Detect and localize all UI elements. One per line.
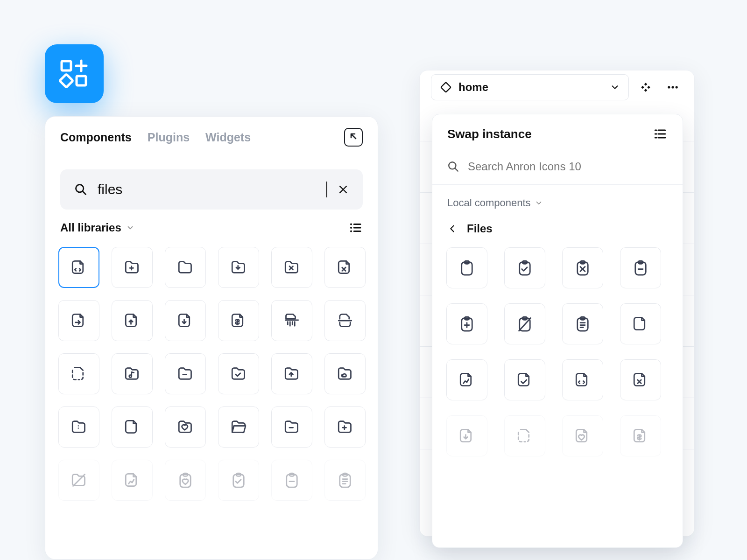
instance-selector[interactable]: home — [431, 74, 629, 100]
file-code-icon[interactable] — [58, 247, 99, 288]
file-split-icon[interactable] — [324, 300, 366, 341]
clipboard-heart-icon[interactable] — [165, 460, 206, 501]
svg-point-8 — [78, 425, 79, 427]
folder-open-icon[interactable] — [218, 406, 259, 448]
clipboard-list-icon[interactable] — [324, 460, 366, 501]
svg-rect-2 — [60, 74, 73, 87]
svg-rect-0 — [62, 61, 71, 70]
text-caret — [326, 182, 327, 197]
file-x-icon[interactable] — [324, 247, 366, 288]
clipboard-minus-icon[interactable] — [620, 247, 661, 288]
folder-remove-icon[interactable] — [271, 406, 312, 448]
tab-widgets[interactable]: Widgets — [205, 131, 251, 144]
tabs-row: ComponentsPluginsWidgets — [45, 117, 378, 157]
file-blank-icon[interactable] — [112, 406, 153, 448]
svg-point-20 — [671, 86, 674, 88]
chevron-down-icon[interactable] — [126, 224, 134, 232]
file-chart-icon[interactable] — [112, 460, 153, 501]
clipboard-icon[interactable] — [446, 247, 487, 288]
file-x-icon[interactable] — [620, 359, 661, 400]
file-chart-icon[interactable] — [446, 359, 487, 400]
folder-minus-icon[interactable] — [165, 353, 206, 394]
tab-components[interactable]: Components — [60, 131, 132, 144]
search-icon — [74, 183, 87, 196]
folder-add-icon[interactable] — [324, 406, 366, 448]
clipboard-check-icon[interactable] — [218, 460, 259, 501]
file-download-icon[interactable] — [165, 300, 206, 341]
svg-point-6 — [350, 231, 352, 232]
file-dollar-icon[interactable] — [218, 300, 259, 341]
clipboard-list-icon[interactable] — [562, 303, 603, 344]
folder-check-icon[interactable] — [218, 353, 259, 394]
folder-heart-icon[interactable] — [165, 406, 206, 448]
file-blank-icon[interactable] — [620, 303, 661, 344]
search-bar — [60, 169, 363, 210]
list-view-toggle[interactable] — [349, 221, 363, 235]
file-dashed-icon[interactable] — [58, 353, 99, 394]
component-set-icon[interactable] — [635, 77, 656, 98]
swap-instance-panel: Swap instance Local components Files — [432, 114, 683, 548]
search-icon — [447, 161, 459, 173]
folder-upload-icon[interactable] — [271, 353, 312, 394]
chevron-left-icon — [447, 224, 458, 234]
folder-slash-icon[interactable] — [58, 460, 99, 501]
instance-name: home — [458, 81, 488, 94]
clipboard-minus-icon[interactable] — [271, 460, 312, 501]
svg-point-4 — [350, 224, 352, 225]
file-code-icon[interactable] — [562, 359, 603, 400]
folder-music-icon[interactable] — [112, 353, 153, 394]
tab-plugins[interactable]: Plugins — [148, 131, 190, 144]
file-heart-icon[interactable] — [562, 415, 603, 456]
file-dollar-icon[interactable] — [620, 415, 661, 456]
more-menu-icon[interactable] — [662, 77, 683, 98]
clipboard-slash-icon[interactable] — [504, 303, 545, 344]
clipboard-plus-icon[interactable] — [446, 303, 487, 344]
folder-icon[interactable] — [165, 247, 206, 288]
svg-rect-18 — [441, 82, 451, 92]
file-upload-icon[interactable] — [112, 300, 153, 341]
file-check-icon[interactable] — [504, 359, 545, 400]
popout-button[interactable] — [344, 128, 363, 147]
list-view-toggle[interactable] — [653, 126, 668, 141]
file-dashed-icon[interactable] — [504, 415, 545, 456]
folder-cloud-icon[interactable] — [324, 353, 366, 394]
svg-point-19 — [668, 86, 670, 88]
clipboard-x-icon[interactable] — [562, 247, 603, 288]
swap-icon-grid — [432, 239, 683, 466]
diamond-icon — [440, 81, 452, 93]
search-input[interactable] — [98, 182, 324, 197]
folder-plus-icon[interactable] — [112, 247, 153, 288]
file-shred-icon[interactable] — [271, 300, 312, 341]
file-arrow-right-icon[interactable] — [58, 300, 99, 341]
library-dropdown[interactable]: Local components — [432, 185, 683, 213]
folder-x-icon[interactable] — [271, 247, 312, 288]
clipboard-check-icon[interactable] — [504, 247, 545, 288]
chevron-down-icon — [535, 199, 543, 207]
clear-search-icon[interactable] — [338, 184, 349, 195]
app-logo — [45, 44, 104, 103]
components-panel: ComponentsPluginsWidgets All libraries — [45, 116, 378, 560]
folder-options-icon[interactable] — [58, 406, 99, 448]
library-filter[interactable]: All libraries — [60, 221, 121, 234]
chevron-down-icon — [610, 82, 620, 92]
icon-grid — [45, 238, 378, 509]
file-download-icon[interactable] — [446, 415, 487, 456]
swap-title: Swap instance — [447, 127, 532, 141]
svg-rect-1 — [77, 76, 86, 85]
svg-point-9 — [78, 427, 79, 429]
swap-search-input[interactable] — [468, 160, 668, 173]
breadcrumb-back[interactable]: Files — [432, 213, 683, 239]
svg-point-5 — [350, 227, 352, 229]
folder-download-icon[interactable] — [218, 247, 259, 288]
instance-header: home — [420, 70, 694, 104]
svg-point-21 — [676, 86, 678, 88]
